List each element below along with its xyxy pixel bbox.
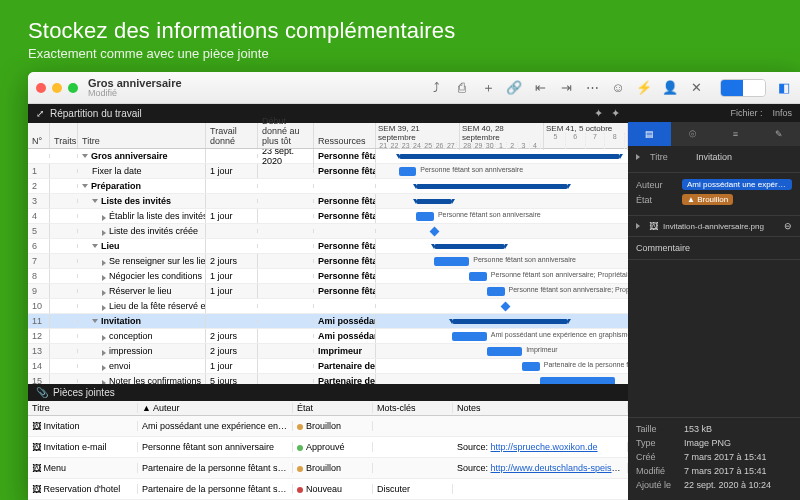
- inspector-tab-tags[interactable]: ⦾: [671, 122, 714, 146]
- task-row[interactable]: Gros anniversaire23 sept. 2020Personne f…: [28, 149, 628, 164]
- task-row[interactable]: 6LieuPersonne fêtan: [28, 239, 628, 254]
- insp-state-label: État: [636, 195, 676, 205]
- doc-subtitle: Modifié: [88, 89, 182, 99]
- inspector-tab-edit[interactable]: ✎: [757, 122, 800, 146]
- insp-state-badge[interactable]: ▲ Brouillon: [682, 194, 733, 205]
- acol-keywords[interactable]: Mots-clés: [373, 403, 453, 413]
- meta-modified-k: Modifié: [636, 466, 678, 476]
- attach-icon: 📎: [36, 387, 48, 398]
- hero-subtitle: Exactement comme avec une pièce jointe: [28, 46, 772, 61]
- meta-size-v: 153 kB: [684, 424, 712, 434]
- attachments-title: Pièces jointes: [53, 387, 115, 398]
- image-icon: 🖼: [649, 221, 658, 231]
- attachments-table: Titre ▲ Auteur État Mots-clés Notes 🖼 In…: [28, 401, 628, 500]
- task-row[interactable]: 3Liste des invitésPersonne fêtan: [28, 194, 628, 209]
- acol-state[interactable]: État: [293, 403, 373, 413]
- task-row[interactable]: 8Négocier les conditions1 jourPersonne f…: [28, 269, 628, 284]
- indent-out-icon[interactable]: ⇤: [532, 80, 548, 96]
- acol-title[interactable]: Titre: [28, 403, 138, 413]
- traffic-min-icon[interactable]: [52, 83, 62, 93]
- acol-notes[interactable]: Notes: [453, 403, 628, 413]
- task-row[interactable]: 2Préparation: [28, 179, 628, 194]
- meta-size-k: Taille: [636, 424, 678, 434]
- chevron-icon[interactable]: [636, 223, 640, 229]
- print-icon[interactable]: ⎙: [454, 80, 470, 96]
- meta-type-v: Image PNG: [684, 438, 731, 448]
- doc-title: Gros anniversaire: [88, 77, 182, 89]
- attachment-row[interactable]: 🖼 Invitation e-mailPersonne fêtant son a…: [28, 437, 628, 458]
- col-resources[interactable]: Ressources: [314, 123, 376, 148]
- share-icon[interactable]: ⤴: [428, 80, 444, 96]
- insp-title-value[interactable]: Invitation: [696, 152, 732, 162]
- attachment-row[interactable]: 🖼 Reservation d'hotelPartenaire de la pe…: [28, 479, 628, 500]
- task-row[interactable]: 15Noter les confirmations5 joursPartenai…: [28, 374, 628, 385]
- task-row[interactable]: 13impression2 joursImprimeurImprimeur: [28, 344, 628, 359]
- inspector-file-label: Fichier :: [730, 108, 762, 118]
- hero-title: Stockez des informations complémentaires: [28, 18, 772, 44]
- app-window: Gros anniversaire Modifié ⤴ ⎙ ＋ 🔗 ⇤ ⇥ ⋯ …: [28, 72, 800, 500]
- task-row[interactable]: 10Lieu de la fête réservé et confirmé: [28, 299, 628, 314]
- insp-author-label: Auteur: [636, 180, 676, 190]
- col-traits[interactable]: Traits: [50, 123, 78, 148]
- acol-author[interactable]: ▲ Auteur: [138, 403, 293, 413]
- chevron-icon[interactable]: [636, 154, 640, 160]
- flash-icon[interactable]: ⚡: [636, 80, 652, 96]
- section-title: Répartition du travail: [50, 108, 142, 119]
- task-rows: Gros anniversaire23 sept. 2020Personne f…: [28, 149, 628, 385]
- meta-created-k: Créé: [636, 452, 678, 462]
- inspector-tab-doc[interactable]: ▤: [628, 122, 671, 146]
- more-icon[interactable]: ⋯: [584, 80, 600, 96]
- task-row[interactable]: 11InvitationAmi possédant: [28, 314, 628, 329]
- magic-icon[interactable]: ✦: [594, 107, 603, 120]
- task-row[interactable]: 12conception2 joursAmi possédantAmi poss…: [28, 329, 628, 344]
- meta-type-k: Type: [636, 438, 678, 448]
- col-start[interactable]: Début donné au plus tôt: [258, 123, 314, 148]
- attachment-row[interactable]: 🖼 InvitationAmi possédant une expérience…: [28, 416, 628, 437]
- task-row[interactable]: 14envoi1 jourPartenaire de laPartenaire …: [28, 359, 628, 374]
- meta-modified-v: 7 mars 2017 à 15:41: [684, 466, 767, 476]
- col-title[interactable]: Titre: [78, 123, 206, 148]
- meta-added-v: 22 sept. 2020 à 10:24: [684, 480, 771, 490]
- add-icon[interactable]: ＋: [480, 80, 496, 96]
- col-work[interactable]: Travail donné: [206, 123, 258, 148]
- inspector-panel: Fichier : Infos ▤ ⦾ ≡ ✎ TitreInvitation …: [628, 104, 800, 500]
- meta-added-k: Ajouté le: [636, 480, 678, 490]
- link-icon[interactable]: 🔗: [506, 80, 522, 96]
- traffic-close-icon[interactable]: [36, 83, 46, 93]
- gantt-header: SEM 39, 21 septembre21222324252627SEM 40…: [376, 123, 628, 148]
- task-row[interactable]: 1Fixer la date1 jourPersonne fêtanPerson…: [28, 164, 628, 179]
- expand-icon[interactable]: ⤢: [36, 108, 44, 119]
- smiley-icon[interactable]: ☺: [610, 80, 626, 96]
- attachments-bar: 📎 Pièces jointes: [28, 384, 628, 401]
- meta-created-v: 7 mars 2017 à 15:41: [684, 452, 767, 462]
- insp-author-badge[interactable]: Ami possédant une expérien..: [682, 179, 792, 190]
- user-icon[interactable]: 👤: [662, 80, 678, 96]
- inspector-info-label: Infos: [772, 108, 792, 118]
- table-header: N° Traits Titre Travail donné Début donn…: [28, 123, 628, 149]
- task-row[interactable]: 4Établir la liste des invités1 jourPerso…: [28, 209, 628, 224]
- inspector-toggle-icon[interactable]: ◧: [776, 80, 792, 96]
- col-number[interactable]: N°: [28, 123, 50, 148]
- settings-icon[interactable]: ✦: [611, 107, 620, 120]
- task-row[interactable]: 9Réserver le lieu1 jourPersonne fêtanPer…: [28, 284, 628, 299]
- task-row[interactable]: 7Se renseigner sur les lieux et comparer…: [28, 254, 628, 269]
- attachment-row[interactable]: 🖼 MenuPartenaire de la personne fêtant s…: [28, 458, 628, 479]
- insp-filename[interactable]: Invitation-d-anniversaire.png: [663, 222, 764, 231]
- minus-icon[interactable]: ⊖: [784, 221, 792, 231]
- traffic-max-icon[interactable]: [68, 83, 78, 93]
- wrench-icon[interactable]: ✕: [688, 80, 704, 96]
- section-bar: ⤢ Répartition du travail ✦✦: [28, 104, 628, 123]
- insp-title-label: Titre: [650, 152, 690, 162]
- insp-comment-label: Commentaire: [636, 243, 690, 253]
- inspector-tab-list[interactable]: ≡: [714, 122, 757, 146]
- indent-in-icon[interactable]: ⇥: [558, 80, 574, 96]
- view-toggle[interactable]: [720, 79, 766, 97]
- task-row[interactable]: 5Liste des invités créée: [28, 224, 628, 239]
- titlebar: Gros anniversaire Modifié ⤴ ⎙ ＋ 🔗 ⇤ ⇥ ⋯ …: [28, 72, 800, 104]
